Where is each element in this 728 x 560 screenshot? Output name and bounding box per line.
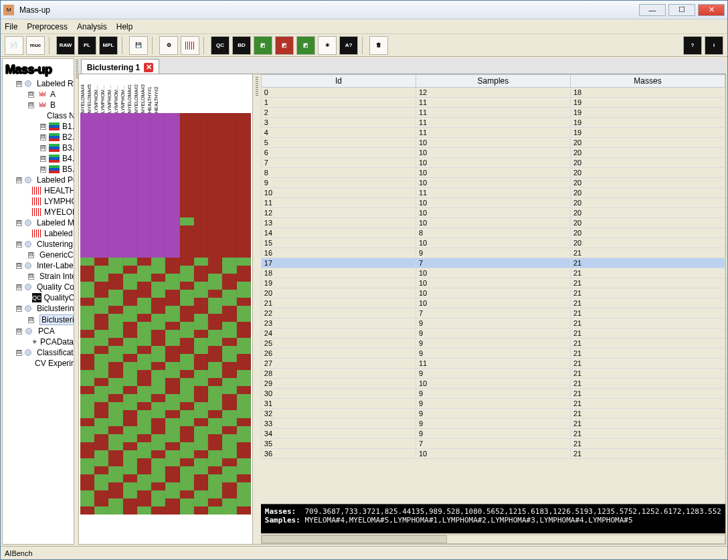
heatmap-cell[interactable] — [222, 153, 236, 161]
heatmap-cell[interactable] — [237, 394, 251, 402]
heatmap-cell[interactable] — [94, 426, 108, 434]
heatmap-cell[interactable] — [194, 169, 208, 177]
heatmap-cell[interactable] — [151, 185, 165, 193]
heatmap-cell[interactable] — [137, 450, 151, 458]
heatmap-cell[interactable] — [123, 362, 137, 370]
heatmap-cell[interactable] — [165, 378, 179, 386]
heatmap-cell[interactable] — [194, 250, 208, 258]
heatmap-cell[interactable] — [222, 450, 236, 458]
heatmap-cell[interactable] — [237, 298, 251, 306]
heatmap-cell[interactable] — [108, 490, 122, 498]
heatmap-cell[interactable] — [123, 169, 137, 177]
heatmap-cell[interactable] — [108, 474, 122, 482]
heatmap-cell[interactable] — [222, 282, 236, 290]
heatmap-cell[interactable] — [165, 362, 179, 370]
heatmap-cell[interactable] — [222, 490, 236, 498]
expander-icon[interactable]: ⊟ — [28, 317, 34, 323]
heatmap-cell[interactable] — [194, 306, 208, 314]
heatmap-cell[interactable] — [94, 290, 108, 298]
heatmap-cell[interactable] — [222, 145, 236, 153]
heatmap-cell[interactable] — [237, 217, 251, 225]
heatmap-cell[interactable] — [108, 225, 122, 234]
heatmap-cell[interactable] — [165, 498, 179, 506]
heatmap-cell[interactable] — [180, 506, 194, 515]
heatmap-cell[interactable] — [165, 306, 179, 314]
heatmap-cell[interactable] — [94, 442, 108, 450]
heatmap-cell[interactable] — [194, 153, 208, 161]
expander-icon[interactable]: ⊟ — [40, 167, 46, 173]
heatmap-cell[interactable] — [237, 506, 251, 515]
heatmap-cell[interactable] — [208, 298, 222, 306]
heatmap-cell[interactable] — [123, 137, 137, 145]
heatmap-cell[interactable] — [137, 258, 151, 266]
heatmap-cell[interactable] — [80, 113, 94, 121]
heatmap-cell[interactable] — [123, 498, 137, 506]
heatmap-cell[interactable] — [80, 201, 94, 209]
heatmap-cell[interactable] — [80, 458, 94, 466]
heatmap-cell[interactable] — [194, 466, 208, 474]
heatmap-cell[interactable] — [94, 161, 108, 169]
heatmap-cell[interactable] — [80, 450, 94, 458]
heatmap-cell[interactable] — [151, 394, 165, 402]
heatmap-cell[interactable] — [208, 410, 222, 418]
heatmap-cell[interactable] — [180, 274, 194, 282]
heatmap-cell[interactable] — [108, 370, 122, 378]
heatmap-cell[interactable] — [180, 338, 194, 346]
heatmap-cell[interactable] — [237, 314, 251, 322]
heatmap-cell[interactable] — [94, 137, 108, 145]
heatmap-cell[interactable] — [151, 225, 165, 234]
heatmap-cell[interactable] — [165, 185, 179, 193]
table-scroll[interactable]: IdSamplesMasses 012181111921119311194111… — [261, 74, 725, 504]
tb-spectra[interactable] — [181, 36, 199, 55]
heatmap-cell[interactable] — [80, 402, 94, 410]
heatmap-cell[interactable] — [222, 346, 236, 354]
heatmap-cell[interactable] — [165, 442, 179, 450]
heatmap-cell[interactable] — [123, 177, 137, 185]
heatmap-cell[interactable] — [137, 354, 151, 362]
heatmap-cell[interactable] — [151, 410, 165, 418]
heatmap-cell[interactable] — [194, 193, 208, 201]
heatmap-cell[interactable] — [94, 129, 108, 137]
expander-icon[interactable]: ⊟ — [16, 177, 22, 183]
heatmap-cell[interactable] — [94, 250, 108, 258]
heatmap-cell[interactable] — [123, 474, 137, 482]
heatmap-cell[interactable] — [108, 386, 122, 394]
table-row[interactable]: 51020 — [261, 138, 725, 148]
heatmap-cell[interactable] — [222, 354, 236, 362]
heatmap-cell[interactable] — [137, 442, 151, 450]
heatmap-cell[interactable] — [108, 177, 122, 185]
heatmap-cell[interactable] — [165, 201, 179, 209]
heatmap-cell[interactable] — [94, 322, 108, 330]
heatmap-cell[interactable] — [80, 250, 94, 258]
heatmap-cell[interactable] — [123, 153, 137, 161]
heatmap-cell[interactable] — [151, 418, 165, 426]
heatmap-cell[interactable] — [94, 225, 108, 234]
heatmap-cell[interactable] — [194, 370, 208, 378]
heatmap-cell[interactable] — [208, 482, 222, 490]
tree-node[interactable]: ✳PCAData (instance 0) — [4, 337, 71, 347]
heatmap-cell[interactable] — [222, 378, 236, 386]
heatmap-cell[interactable] — [194, 274, 208, 282]
heatmap-cell[interactable] — [137, 145, 151, 153]
heatmap-cell[interactable] — [165, 161, 179, 169]
heatmap-cell[interactable] — [208, 250, 222, 258]
heatmap-cell[interactable] — [208, 225, 222, 234]
heatmap-cell[interactable] — [222, 474, 236, 482]
tb-trash[interactable]: 🗑 — [369, 36, 388, 55]
heatmap-cell[interactable] — [137, 410, 151, 418]
heatmap-cell[interactable] — [208, 129, 222, 137]
heatmap-cell[interactable] — [194, 442, 208, 450]
heatmap-cell[interactable] — [108, 193, 122, 201]
heatmap-cell[interactable] — [165, 266, 179, 274]
heatmap-cell[interactable] — [151, 209, 165, 217]
heatmap-cell[interactable] — [208, 434, 222, 442]
heatmap-cell[interactable] — [222, 386, 236, 394]
heatmap-cell[interactable] — [194, 490, 208, 498]
heatmap-cell[interactable] — [108, 458, 122, 466]
heatmap-cell[interactable] — [180, 258, 194, 266]
heatmap-cell[interactable] — [137, 434, 151, 442]
heatmap-cell[interactable] — [237, 434, 251, 442]
heatmap-cell[interactable] — [108, 250, 122, 258]
tree-node[interactable]: ⊟GenericClustering (instance 0) — [4, 250, 71, 260]
heatmap-cell[interactable] — [108, 330, 122, 338]
